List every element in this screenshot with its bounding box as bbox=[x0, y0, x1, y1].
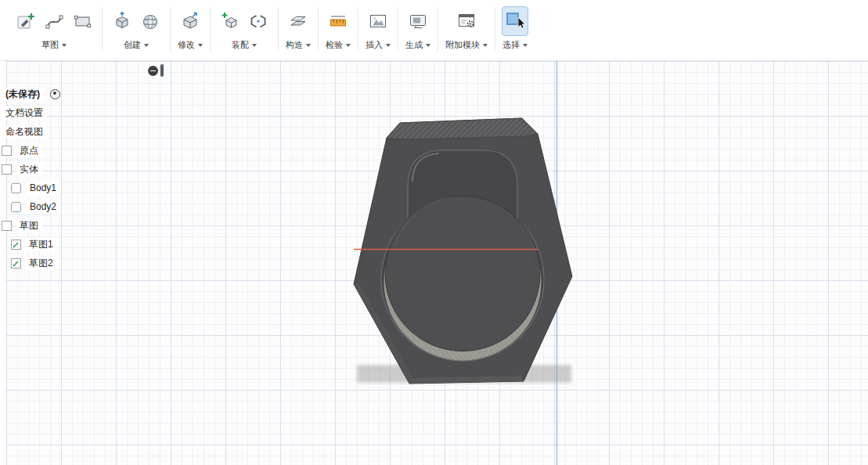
browser-item-sketches-folder[interactable]: 草图 bbox=[2, 218, 42, 233]
dropdown-caret-icon bbox=[62, 44, 67, 47]
toolbar-menu-modify-label: 修改 bbox=[178, 39, 195, 51]
create-sketch-icon bbox=[16, 11, 36, 31]
toolbar-menu-make[interactable]: 生成 bbox=[405, 39, 430, 51]
toolbar-separator bbox=[495, 7, 495, 51]
viewport-3d[interactable] bbox=[6, 61, 868, 465]
browser-item-bodies-folder[interactable]: 实体 bbox=[2, 161, 42, 177]
toolbar-menu-create-label: 创建 bbox=[124, 39, 141, 51]
toolbar-menu-inspect-label: 检验 bbox=[326, 39, 343, 51]
toolbar-separator bbox=[318, 7, 319, 51]
toolbar-menu-make-label: 生成 bbox=[405, 39, 423, 51]
browser-resize-handle[interactable] bbox=[160, 64, 164, 77]
toolbar-menu-select[interactable]: 选择 bbox=[502, 39, 528, 51]
toolbar-separator bbox=[398, 7, 398, 51]
sketch-icon bbox=[11, 240, 21, 250]
toolbar-separator bbox=[358, 7, 358, 51]
measure-button[interactable] bbox=[326, 7, 351, 35]
new-component-button[interactable] bbox=[218, 7, 243, 35]
toolbar-group-construct: 构造 bbox=[282, 5, 315, 51]
rectangle-button[interactable] bbox=[70, 7, 95, 35]
body-icon bbox=[11, 202, 21, 212]
browser-document-row[interactable]: (未保存) bbox=[2, 86, 60, 102]
new-component-icon bbox=[220, 11, 240, 31]
browser-item-sketch1[interactable]: 草图1 bbox=[11, 236, 57, 252]
create-form-button[interactable] bbox=[138, 7, 163, 35]
scripts-addins-icon bbox=[456, 11, 477, 31]
browser-item-sketch2[interactable]: 草图2 bbox=[11, 255, 57, 271]
construction-plane-button[interactable] bbox=[286, 7, 311, 35]
toolbar-menu-assemble[interactable]: 装配 bbox=[232, 39, 257, 51]
toolbar-menu-sketch[interactable]: 草图 bbox=[41, 39, 67, 51]
browser-item-label: Body1 bbox=[26, 182, 60, 195]
sketch-icon bbox=[11, 258, 21, 269]
toolbar-group-make: 生成 bbox=[402, 5, 434, 51]
toolbar-group-create: 创建 bbox=[106, 5, 167, 51]
select-button[interactable] bbox=[502, 7, 528, 35]
spline-icon bbox=[44, 11, 64, 31]
construction-plane-icon bbox=[288, 11, 308, 31]
toolbar-menu-construct[interactable]: 构造 bbox=[286, 39, 311, 51]
toolbar-menu-insert[interactable]: 插入 bbox=[366, 39, 391, 51]
toolbar-group-assemble: 装配 bbox=[214, 5, 275, 51]
extrude-icon bbox=[112, 11, 132, 31]
browser-collapse-button[interactable] bbox=[148, 66, 158, 76]
insert-canvas-button[interactable] bbox=[366, 7, 391, 35]
toolbar-menu-insert-label: 插入 bbox=[366, 39, 383, 51]
insert-canvas-icon bbox=[368, 11, 388, 31]
toolbar-separator bbox=[170, 7, 171, 51]
toolbar-group-modify: 修改 bbox=[174, 5, 207, 51]
toolbar-menu-assemble-label: 装配 bbox=[232, 39, 249, 51]
scripts-addins-button[interactable] bbox=[454, 7, 479, 35]
browser-item-body1[interactable]: Body1 bbox=[11, 180, 60, 196]
browser-item-label: 草图 bbox=[16, 219, 42, 232]
toolbar-menu-addins[interactable]: 附加模块 bbox=[445, 39, 488, 51]
cursor-icon bbox=[518, 17, 525, 28]
toolbar-menu-inspect[interactable]: 检验 bbox=[326, 39, 351, 51]
toolbar-group-sketch: 草图 bbox=[9, 5, 99, 51]
browser-item-label: 文档设置 bbox=[2, 106, 47, 120]
toolbar-menu-modify[interactable]: 修改 bbox=[178, 39, 203, 51]
toolbar-menu-select-label: 选择 bbox=[502, 39, 520, 51]
two-point-rectangle-icon bbox=[72, 11, 92, 31]
browser-item-label: Body2 bbox=[26, 200, 60, 214]
body-icon bbox=[11, 183, 21, 193]
document-title: (未保存) bbox=[2, 88, 44, 101]
dropdown-caret-icon bbox=[306, 44, 311, 47]
browser-item-named-views[interactable]: 命名视图 bbox=[2, 124, 47, 139]
spline-button[interactable] bbox=[41, 7, 67, 35]
browser-item-label: 草图1 bbox=[25, 238, 57, 251]
press-pull-button[interactable] bbox=[178, 7, 203, 35]
toolbar-menu-create[interactable]: 创建 bbox=[124, 39, 149, 51]
dropdown-caret-icon bbox=[426, 44, 430, 47]
toolbar-separator bbox=[210, 7, 211, 51]
toolbar-separator bbox=[278, 7, 279, 51]
viewport-left-margin bbox=[0, 61, 6, 465]
select-window-icon bbox=[505, 11, 525, 31]
collection-icon bbox=[2, 221, 12, 231]
dropdown-caret-icon bbox=[346, 44, 351, 47]
toolbar-menu-construct-label: 构造 bbox=[286, 39, 303, 51]
collection-icon bbox=[2, 146, 12, 156]
toolbar-separator bbox=[438, 7, 438, 51]
activate-component-radio-icon[interactable] bbox=[50, 89, 60, 99]
browser-item-body2[interactable]: Body2 bbox=[11, 199, 60, 214]
dropdown-caret-icon bbox=[523, 44, 528, 47]
dropdown-caret-icon bbox=[483, 44, 488, 47]
create-form-icon bbox=[140, 11, 160, 31]
browser-item-label: 实体 bbox=[16, 163, 42, 176]
main-toolbar: 草图 创建 bbox=[0, 0, 868, 61]
dropdown-caret-icon bbox=[252, 44, 257, 47]
dropdown-caret-icon bbox=[386, 44, 391, 47]
make-icon bbox=[408, 11, 428, 31]
dropdown-caret-icon bbox=[198, 44, 203, 47]
browser-item-document-settings[interactable]: 文档设置 bbox=[2, 105, 47, 121]
toolbar-group-addins: 附加模块 bbox=[441, 5, 492, 51]
dropdown-caret-icon bbox=[144, 44, 149, 47]
toolbar-menu-sketch-label: 草图 bbox=[41, 39, 59, 51]
extrude-button[interactable] bbox=[110, 7, 135, 35]
create-sketch-button[interactable] bbox=[13, 7, 38, 35]
joint-button[interactable] bbox=[246, 7, 271, 35]
browser-item-origin[interactable]: 原点 bbox=[2, 142, 42, 158]
make-button[interactable] bbox=[405, 7, 430, 35]
toolbar-group-insert: 插入 bbox=[362, 5, 394, 51]
